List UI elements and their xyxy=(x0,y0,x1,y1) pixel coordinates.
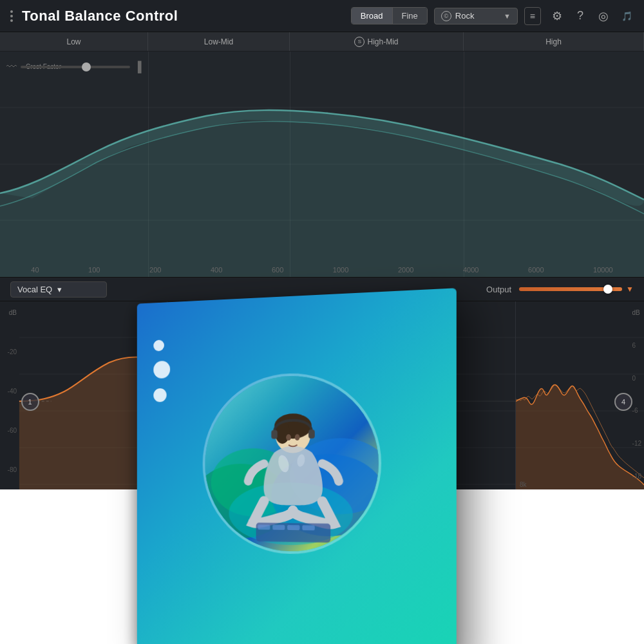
crest-factor-control: 〰 ▐ xyxy=(6,61,141,73)
db-r-minus6: -6 xyxy=(632,407,641,414)
hz-8k-label: 8k xyxy=(520,481,527,488)
eq-right-panel: dB 6 0 -6 -12 -18 -24 xyxy=(515,301,644,489)
vocal-eq-selector[interactable]: Vocal EQ ▾ xyxy=(10,281,107,298)
plugin-title: Tonal Balance Control xyxy=(22,8,345,24)
db-label-minus60: -60 xyxy=(0,427,19,434)
audio-icon-button[interactable]: 🎵 xyxy=(617,6,636,26)
solo-icon[interactable]: S xyxy=(354,37,365,47)
db-r-label: dB xyxy=(632,309,641,316)
help-button[interactable]: ? xyxy=(571,6,590,26)
headphones-button[interactable]: ◎ xyxy=(594,6,613,26)
preset-name: Rock xyxy=(455,11,475,21)
album-dot-small xyxy=(153,340,164,352)
album-artwork-circle xyxy=(203,371,381,556)
wave-left-icon: 〰 xyxy=(6,61,17,73)
output-slider-thumb[interactable] xyxy=(603,285,612,294)
album-dot-group xyxy=(153,339,170,402)
broad-fine-toggle: Broad Fine xyxy=(351,7,428,24)
freq-number-row: 40 100 200 400 600 1000 2000 4000 6000 1… xyxy=(0,266,644,274)
svg-point-36 xyxy=(286,434,291,440)
crest-slider[interactable] xyxy=(21,66,130,68)
album-dot-large xyxy=(153,388,166,402)
header-icon-group: ⚙ ? ◎ 🎵 xyxy=(547,6,636,26)
settings-button[interactable]: ⚙ xyxy=(547,6,567,26)
header-bar: Tonal Balance Control Broad Fine © Rock … xyxy=(0,0,644,32)
eq-node-4[interactable]: 4 xyxy=(614,393,632,411)
broad-button[interactable]: Broad xyxy=(352,8,392,24)
db-r-minus18: -18 xyxy=(632,473,641,480)
db-r-minus12: -12 xyxy=(632,440,641,447)
output-label: Output xyxy=(486,285,511,294)
svg-rect-33 xyxy=(302,525,314,530)
db-label-minus20: -20 xyxy=(0,348,19,355)
svg-rect-32 xyxy=(287,525,299,530)
freq-low-label: Low xyxy=(0,32,148,51)
output-slider[interactable] xyxy=(519,287,622,291)
album-cover xyxy=(137,288,457,644)
bars-right-icon: ▐ xyxy=(134,61,141,73)
db-r-6: 6 xyxy=(632,342,641,349)
album-art-svg xyxy=(205,371,379,556)
freq-high-label: High xyxy=(464,32,644,51)
freq-lowmid-label: Low-Mid xyxy=(148,32,290,51)
tonal-curve-svg xyxy=(0,52,644,277)
svg-rect-30 xyxy=(258,525,270,530)
freq-band-labels: Low Low-Mid S High-Mid High xyxy=(0,32,644,52)
svg-rect-27 xyxy=(271,430,278,439)
preset-chevron-icon: ▼ xyxy=(504,12,511,20)
preset-copyright-icon: © xyxy=(441,11,451,21)
svg-rect-31 xyxy=(272,525,285,530)
album-dot-medium xyxy=(153,361,170,379)
eq-node-1[interactable]: 1 xyxy=(21,393,39,411)
output-slider-container: ▼ xyxy=(519,285,634,294)
freq-highmid-label: S High-Mid xyxy=(290,32,464,51)
fine-button[interactable]: Fine xyxy=(392,8,427,24)
spectrum-display: 〰 ▐ Crest Factor 40 xyxy=(0,52,644,277)
db-label-minus40: -40 xyxy=(0,388,19,395)
svg-point-37 xyxy=(295,434,300,440)
preset-selector[interactable]: © Rock ▼ xyxy=(434,8,518,24)
crest-slider-thumb[interactable] xyxy=(82,62,91,71)
db-r-0: 0 xyxy=(632,375,641,382)
album-circle-inner xyxy=(205,374,379,553)
menu-button[interactable]: ≡ xyxy=(524,7,541,25)
output-dropdown-arrow[interactable]: ▼ xyxy=(626,285,634,294)
db-label-minus80: -80 xyxy=(0,466,19,473)
db-label-top: dB xyxy=(0,309,19,316)
vocal-eq-label: Vocal EQ xyxy=(17,285,52,294)
drag-handle[interactable] xyxy=(8,8,15,24)
vocal-eq-chevron: ▾ xyxy=(57,285,62,294)
svg-rect-28 xyxy=(308,430,315,439)
